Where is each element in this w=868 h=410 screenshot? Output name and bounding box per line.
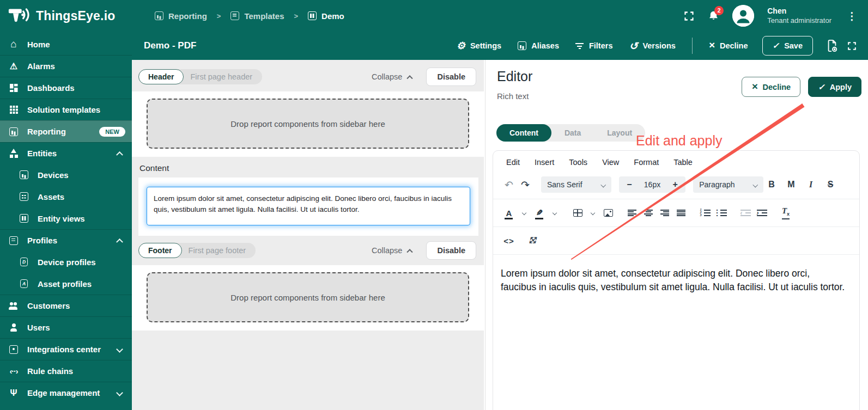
insert-table-icon[interactable]	[569, 205, 586, 221]
page-title: Demo - PDF	[144, 40, 196, 51]
header-disable-button[interactable]: Disable	[426, 68, 476, 86]
assets-icon	[20, 192, 28, 201]
header-section-pill: Header First page header	[138, 69, 262, 84]
bold-button[interactable]: B	[763, 176, 780, 193]
menu-table[interactable]: Table	[673, 158, 693, 167]
versions-button[interactable]: Versions	[622, 36, 682, 56]
header-section-subtitle: First page header	[184, 70, 262, 84]
notifications-bell-icon[interactable]: 2	[708, 10, 719, 22]
menu-edit[interactable]: Edit	[506, 158, 520, 167]
font-family-select[interactable]: Sans Serif	[541, 176, 611, 193]
notification-badge: 2	[714, 6, 724, 15]
sidebar-item-edge-management[interactable]: Edge management	[0, 382, 132, 403]
filters-button[interactable]: Filters	[569, 38, 620, 54]
text-color-dropdown-icon[interactable]	[517, 205, 531, 221]
sidebar-item-asset-profiles[interactable]: Asset profiles	[0, 273, 132, 295]
decline-button-top[interactable]: Decline	[702, 38, 755, 54]
check-icon	[818, 82, 825, 92]
outdent-icon[interactable]	[737, 205, 754, 221]
sidebar-item-integrations-center[interactable]: Integrations center	[0, 338, 132, 360]
chevron-up-icon	[116, 238, 123, 246]
insert-image-icon[interactable]	[600, 205, 616, 221]
bullet-list-icon[interactable]	[713, 205, 730, 221]
menu-format[interactable]: Format	[634, 158, 659, 167]
fullscreen-editor-icon[interactable]	[847, 41, 857, 51]
breadcrumb-templates[interactable]: Templates	[227, 9, 287, 23]
block-format-select[interactable]: Paragraph	[693, 176, 763, 193]
gear-icon	[457, 40, 465, 52]
templates-icon	[230, 11, 239, 20]
fullscreen-icon[interactable]	[683, 10, 695, 22]
sidebar-item-customers[interactable]: Customers	[0, 295, 132, 316]
menu-insert[interactable]: Insert	[535, 158, 554, 167]
tab-data[interactable]: Data	[551, 124, 594, 142]
align-justify-icon[interactable]	[673, 205, 689, 221]
sidebar-item-entities[interactable]: Entities	[0, 142, 132, 164]
editor-content-area[interactable]: Lorem ipsum dolor sit amet, consectetur …	[493, 255, 853, 305]
settings-button[interactable]: Settings	[450, 36, 508, 56]
versions-history-icon	[629, 40, 638, 52]
footer-tag-button[interactable]: Footer	[138, 243, 182, 258]
sidebar-item-devices[interactable]: Devices	[0, 164, 132, 186]
breadcrumb-demo[interactable]: Demo	[305, 9, 348, 23]
sidebar-item-assets[interactable]: Assets	[0, 186, 132, 207]
header-collapse-button[interactable]: Collapse	[372, 72, 412, 81]
editor-decline-button[interactable]: Decline	[742, 77, 800, 97]
kebab-menu-icon[interactable]: ⋮	[845, 10, 859, 22]
custom-m-button[interactable]: M	[783, 176, 799, 193]
header-dropzone[interactable]: Drop report components from sidebar here	[147, 99, 469, 149]
chevron-up-icon	[407, 75, 413, 81]
strikethrough-button[interactable]: S	[822, 176, 839, 193]
table-dropdown-icon[interactable]	[586, 205, 600, 221]
reporting-icon	[155, 11, 163, 20]
tab-content[interactable]: Content	[496, 124, 551, 142]
sidebar-item-entity-views[interactable]: Entity views	[0, 207, 132, 229]
footer-collapse-button[interactable]: Collapse	[372, 246, 412, 255]
save-button[interactable]: Save	[762, 36, 813, 56]
sidebar-item-solution-templates[interactable]: Solution templates	[0, 99, 132, 120]
solution-templates-icon	[10, 106, 18, 114]
avatar[interactable]	[732, 5, 754, 27]
align-right-icon[interactable]	[657, 205, 673, 221]
sidebar-item-rule-chains[interactable]: Rule chains	[0, 360, 132, 382]
sidebar-item-home[interactable]: Home	[0, 33, 132, 55]
sidebar-item-profiles[interactable]: Profiles	[0, 229, 132, 251]
sidebar-item-device-profiles[interactable]: Device profiles	[0, 251, 132, 273]
brand[interactable]: ThingsEye.io	[0, 7, 134, 25]
text-color-icon[interactable]: A	[501, 205, 517, 221]
header-tag-button[interactable]: Header	[138, 69, 184, 84]
highlight-dropdown-icon[interactable]	[548, 205, 562, 221]
italic-button[interactable]: I	[803, 176, 819, 193]
chevron-down-icon	[116, 389, 123, 396]
breadcrumb-reporting[interactable]: Reporting	[151, 9, 210, 23]
menu-tools[interactable]: Tools	[569, 158, 587, 167]
redo-icon[interactable]	[517, 176, 533, 193]
chevron-down-icon	[116, 346, 123, 353]
user-info[interactable]: Chen Tenant administrator	[767, 7, 831, 25]
footer-dropzone[interactable]: Drop report components from sidebar here	[147, 272, 469, 322]
sidebar-item-reporting[interactable]: Reporting NEW	[0, 120, 132, 142]
highlight-color-icon[interactable]	[531, 205, 548, 221]
user-name: Chen	[767, 7, 831, 16]
source-code-icon[interactable]	[501, 232, 517, 249]
sidebar-item-alarms[interactable]: Alarms	[0, 55, 132, 77]
rich-text-block-selected[interactable]: Lorem ipsum dolor sit amet, consectetur …	[147, 187, 470, 225]
aliases-button[interactable]: Aliases	[511, 38, 566, 54]
sidebar-item-users[interactable]: Users	[0, 316, 132, 338]
export-document-icon[interactable]	[826, 39, 838, 52]
footer-disable-button[interactable]: Disable	[426, 241, 476, 260]
decrease-font-icon[interactable]	[621, 176, 638, 193]
content-section-card: Lorem ipsum dolor sit amet, consectetur …	[138, 178, 478, 236]
indent-icon[interactable]	[754, 205, 770, 221]
editor-apply-button[interactable]: Apply	[808, 77, 861, 97]
undo-icon[interactable]	[501, 176, 517, 193]
fullscreen-toggle-icon[interactable]	[525, 232, 541, 249]
sidebar-item-dashboards[interactable]: Dashboards	[0, 77, 132, 99]
home-icon	[8, 38, 19, 50]
ordered-list-icon[interactable]	[697, 205, 713, 221]
aliases-icon	[518, 41, 526, 50]
template-designer-panel: Header First page header Collapse Disabl…	[132, 60, 484, 410]
toolbar-row-2: A Tx	[493, 199, 859, 227]
menu-view[interactable]: View	[602, 158, 619, 167]
clear-formatting-icon[interactable]: Tx	[778, 205, 794, 221]
